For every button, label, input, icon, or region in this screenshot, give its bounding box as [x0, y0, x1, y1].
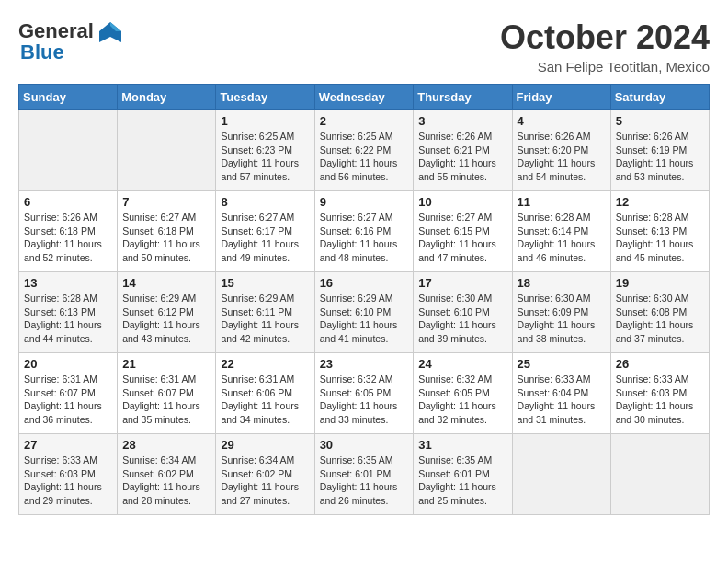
day-number: 9: [320, 195, 409, 209]
calendar-cell: [118, 110, 216, 191]
day-number: 11: [518, 195, 606, 209]
calendar-cell: [19, 110, 118, 191]
day-number: 24: [418, 357, 506, 371]
day-number: 8: [221, 195, 309, 209]
day-number: 16: [320, 276, 409, 290]
day-number: 2: [320, 114, 409, 128]
calendar-cell: [610, 434, 709, 515]
day-info: Sunrise: 6:32 AMSunset: 6:05 PMDaylight:…: [320, 373, 409, 427]
calendar-cell: 9Sunrise: 6:27 AMSunset: 6:16 PMDaylight…: [314, 191, 414, 272]
day-info: Sunrise: 6:31 AMSunset: 6:06 PMDaylight:…: [221, 373, 309, 427]
calendar-cell: 16Sunrise: 6:29 AMSunset: 6:10 PMDayligh…: [314, 272, 414, 353]
calendar-cell: 4Sunrise: 6:26 AMSunset: 6:20 PMDaylight…: [512, 110, 610, 191]
day-number: 27: [24, 438, 112, 452]
calendar-cell: 18Sunrise: 6:30 AMSunset: 6:09 PMDayligh…: [512, 272, 610, 353]
day-info: Sunrise: 6:35 AMSunset: 6:01 PMDaylight:…: [418, 454, 506, 508]
day-number: 1: [221, 114, 309, 128]
calendar-cell: 12Sunrise: 6:28 AMSunset: 6:13 PMDayligh…: [610, 191, 709, 272]
calendar-cell: 27Sunrise: 6:33 AMSunset: 6:03 PMDayligh…: [19, 434, 118, 515]
day-info: Sunrise: 6:30 AMSunset: 6:09 PMDaylight:…: [518, 292, 606, 346]
header-day-wednesday: Wednesday: [314, 85, 414, 110]
day-info: Sunrise: 6:25 AMSunset: 6:22 PMDaylight:…: [320, 130, 409, 184]
calendar-cell: 11Sunrise: 6:28 AMSunset: 6:14 PMDayligh…: [512, 191, 610, 272]
day-info: Sunrise: 6:33 AMSunset: 6:03 PMDaylight:…: [616, 373, 704, 427]
day-info: Sunrise: 6:35 AMSunset: 6:01 PMDaylight:…: [320, 454, 409, 508]
logo: General Blue: [18, 18, 123, 64]
day-number: 19: [616, 276, 704, 290]
day-info: Sunrise: 6:29 AMSunset: 6:11 PMDaylight:…: [221, 292, 309, 346]
day-info: Sunrise: 6:25 AMSunset: 6:23 PMDaylight:…: [221, 130, 309, 184]
month-title: October 2024: [500, 18, 710, 57]
calendar-body: 1Sunrise: 6:25 AMSunset: 6:23 PMDaylight…: [19, 110, 710, 515]
calendar-cell: 13Sunrise: 6:28 AMSunset: 6:13 PMDayligh…: [19, 272, 118, 353]
calendar-cell: 21Sunrise: 6:31 AMSunset: 6:07 PMDayligh…: [118, 353, 216, 434]
day-number: 13: [24, 276, 112, 290]
day-number: 5: [616, 114, 704, 128]
calendar-cell: 1Sunrise: 6:25 AMSunset: 6:23 PMDaylight…: [216, 110, 314, 191]
calendar-cell: 20Sunrise: 6:31 AMSunset: 6:07 PMDayligh…: [19, 353, 118, 434]
day-info: Sunrise: 6:28 AMSunset: 6:13 PMDaylight:…: [616, 211, 704, 265]
calendar-cell: 25Sunrise: 6:33 AMSunset: 6:04 PMDayligh…: [512, 353, 610, 434]
day-info: Sunrise: 6:28 AMSunset: 6:13 PMDaylight:…: [24, 292, 112, 346]
calendar-cell: 28Sunrise: 6:34 AMSunset: 6:02 PMDayligh…: [118, 434, 216, 515]
day-number: 31: [418, 438, 506, 452]
day-info: Sunrise: 6:29 AMSunset: 6:10 PMDaylight:…: [320, 292, 409, 346]
calendar-cell: 15Sunrise: 6:29 AMSunset: 6:11 PMDayligh…: [216, 272, 314, 353]
day-info: Sunrise: 6:30 AMSunset: 6:10 PMDaylight:…: [418, 292, 506, 346]
day-number: 26: [616, 357, 704, 371]
day-info: Sunrise: 6:34 AMSunset: 6:02 PMDaylight:…: [221, 454, 309, 508]
logo-icon: [97, 18, 123, 44]
day-number: 21: [122, 357, 210, 371]
header-day-monday: Monday: [118, 85, 216, 110]
header-row: SundayMondayTuesdayWednesdayThursdayFrid…: [19, 85, 710, 110]
day-number: 30: [320, 438, 409, 452]
location: San Felipe Teotitlan, Mexico: [500, 59, 710, 75]
page-header: General Blue October 2024 San Felipe Teo…: [18, 18, 710, 75]
day-info: Sunrise: 6:26 AMSunset: 6:19 PMDaylight:…: [616, 130, 704, 184]
day-info: Sunrise: 6:27 AMSunset: 6:18 PMDaylight:…: [122, 211, 210, 265]
header-day-saturday: Saturday: [610, 85, 709, 110]
header-day-sunday: Sunday: [19, 85, 118, 110]
calendar-cell: 31Sunrise: 6:35 AMSunset: 6:01 PMDayligh…: [414, 434, 512, 515]
day-number: 14: [122, 276, 210, 290]
calendar-cell: 26Sunrise: 6:33 AMSunset: 6:03 PMDayligh…: [610, 353, 709, 434]
calendar-cell: 10Sunrise: 6:27 AMSunset: 6:15 PMDayligh…: [414, 191, 512, 272]
day-info: Sunrise: 6:33 AMSunset: 6:04 PMDaylight:…: [518, 373, 606, 427]
day-info: Sunrise: 6:28 AMSunset: 6:14 PMDaylight:…: [518, 211, 606, 265]
day-number: 20: [24, 357, 112, 371]
calendar-cell: 19Sunrise: 6:30 AMSunset: 6:08 PMDayligh…: [610, 272, 709, 353]
day-number: 18: [518, 276, 606, 290]
day-info: Sunrise: 6:27 AMSunset: 6:17 PMDaylight:…: [221, 211, 309, 265]
day-number: 7: [122, 195, 210, 209]
calendar-week-2: 6Sunrise: 6:26 AMSunset: 6:18 PMDaylight…: [19, 191, 710, 272]
header-day-thursday: Thursday: [414, 85, 512, 110]
logo-blue-text: Blue: [20, 40, 64, 64]
day-number: 17: [418, 276, 506, 290]
day-info: Sunrise: 6:29 AMSunset: 6:12 PMDaylight:…: [122, 292, 210, 346]
day-number: 4: [518, 114, 606, 128]
calendar-cell: 23Sunrise: 6:32 AMSunset: 6:05 PMDayligh…: [314, 353, 414, 434]
day-info: Sunrise: 6:31 AMSunset: 6:07 PMDaylight:…: [24, 373, 112, 427]
day-number: 10: [418, 195, 506, 209]
day-info: Sunrise: 6:33 AMSunset: 6:03 PMDaylight:…: [24, 454, 112, 508]
day-number: 29: [221, 438, 309, 452]
day-info: Sunrise: 6:26 AMSunset: 6:21 PMDaylight:…: [418, 130, 506, 184]
day-number: 3: [418, 114, 506, 128]
calendar-cell: [512, 434, 610, 515]
day-number: 22: [221, 357, 309, 371]
calendar-cell: 6Sunrise: 6:26 AMSunset: 6:18 PMDaylight…: [19, 191, 118, 272]
calendar-cell: 22Sunrise: 6:31 AMSunset: 6:06 PMDayligh…: [216, 353, 314, 434]
calendar-table: SundayMondayTuesdayWednesdayThursdayFrid…: [18, 84, 710, 515]
day-info: Sunrise: 6:31 AMSunset: 6:07 PMDaylight:…: [122, 373, 210, 427]
calendar-header: SundayMondayTuesdayWednesdayThursdayFrid…: [19, 85, 710, 110]
day-info: Sunrise: 6:27 AMSunset: 6:16 PMDaylight:…: [320, 211, 409, 265]
day-number: 23: [320, 357, 409, 371]
day-number: 12: [616, 195, 704, 209]
day-info: Sunrise: 6:27 AMSunset: 6:15 PMDaylight:…: [418, 211, 506, 265]
calendar-cell: 29Sunrise: 6:34 AMSunset: 6:02 PMDayligh…: [216, 434, 314, 515]
day-number: 15: [221, 276, 309, 290]
calendar-cell: 17Sunrise: 6:30 AMSunset: 6:10 PMDayligh…: [414, 272, 512, 353]
calendar-week-4: 20Sunrise: 6:31 AMSunset: 6:07 PMDayligh…: [19, 353, 710, 434]
day-info: Sunrise: 6:30 AMSunset: 6:08 PMDaylight:…: [616, 292, 704, 346]
calendar-cell: 5Sunrise: 6:26 AMSunset: 6:19 PMDaylight…: [610, 110, 709, 191]
